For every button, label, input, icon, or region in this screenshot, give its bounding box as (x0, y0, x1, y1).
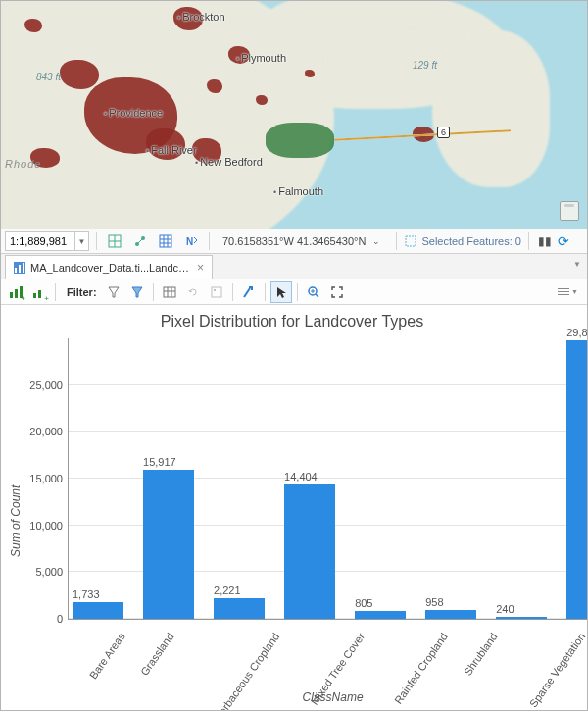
chart-title: Pixel Distribution for Landcover Types (7, 313, 577, 330)
place-providence: Providence (104, 107, 163, 119)
pause-drawing-button[interactable]: ▮▮ (536, 234, 554, 248)
coordinates-display[interactable]: 70.6158351°W 41.3465430°N ⌄ (217, 232, 389, 250)
refresh-button[interactable]: ⟳ (558, 233, 569, 249)
svg-rect-12 (406, 236, 416, 246)
snap-grid-tool[interactable] (104, 230, 125, 252)
bar[interactable] (214, 598, 265, 619)
full-extent-button[interactable] (326, 281, 348, 303)
svg-rect-13 (15, 268, 17, 273)
scale-dropdown-icon[interactable]: ▼ (74, 232, 88, 250)
chart-tab-icon (14, 262, 25, 274)
elevation-right: 129 ft (413, 60, 437, 71)
y-tick: 0 (57, 613, 69, 625)
filter-label: Filter: (61, 286, 101, 298)
chart-area[interactable]: Pixel Distribution for Landcover Types S… (1, 305, 587, 710)
x-axis-ticks: Bare AreasGrasslandHerbaceous CroplandMi… (68, 620, 588, 637)
selection-icon (404, 234, 417, 248)
tab-close-icon[interactable]: × (197, 261, 204, 275)
y-tick: 5,000 (35, 566, 69, 578)
bar[interactable] (425, 610, 476, 619)
grid-tool[interactable] (155, 230, 176, 252)
selected-features[interactable]: Selected Features: 0 (404, 234, 521, 248)
scale-field[interactable] (6, 235, 74, 247)
svg-rect-25 (212, 287, 221, 297)
chart-menu-button[interactable]: ▼ (558, 288, 583, 295)
bar-value-label: 240 (496, 603, 514, 615)
x-tick-label: Shrubland (462, 631, 500, 678)
svg-line-28 (316, 294, 318, 297)
y-tick: 25,000 (29, 380, 69, 391)
place-fall-river: Fall River (146, 144, 197, 156)
bar[interactable] (566, 340, 588, 619)
bar-value-label: 1,733 (73, 588, 100, 600)
clipboard-icon[interactable] (560, 201, 579, 221)
place-plymouth: Plymouth (236, 52, 286, 64)
snap-inference-tool[interactable] (129, 230, 151, 252)
svg-rect-14 (19, 265, 21, 273)
y-axis-title: Sum of Count (7, 338, 24, 704)
new-chart-button[interactable] (5, 281, 26, 303)
filter-selection-button[interactable] (126, 281, 148, 303)
bar[interactable] (496, 617, 547, 619)
svg-rect-17 (15, 289, 18, 298)
coord-dropdown-icon[interactable]: ⌄ (369, 232, 383, 250)
bar-value-label: 805 (355, 597, 372, 609)
view-tabs: MA_Landcover_Data.ti...Landcover Types ×… (1, 254, 587, 279)
x-axis-title: ClassName (24, 690, 588, 704)
chart-toolbar: Filter: ▼ (1, 279, 587, 305)
state-label-rhode: Rhode (5, 158, 41, 170)
y-tick: 20,000 (29, 426, 69, 437)
svg-rect-18 (20, 286, 23, 298)
table-button[interactable] (159, 281, 180, 303)
bar-value-label: 14,404 (284, 471, 318, 482)
dynamic-constraints-tool[interactable]: N (180, 230, 202, 252)
y-tick: 15,000 (29, 473, 69, 484)
place-new-bedford: New Bedford (195, 156, 263, 168)
bar-value-label: 29,823 (566, 327, 588, 338)
svg-rect-16 (10, 292, 13, 298)
svg-rect-6 (160, 235, 172, 247)
svg-rect-20 (38, 290, 41, 298)
rotate-button[interactable] (182, 281, 204, 303)
elevation-left: 843 ft (36, 72, 61, 82)
add-chart-button[interactable] (28, 281, 50, 303)
svg-rect-15 (23, 263, 24, 273)
svg-rect-26 (214, 289, 216, 291)
hamburger-icon (558, 288, 569, 295)
bar[interactable] (143, 470, 194, 619)
scale-input[interactable]: ▼ (5, 231, 89, 251)
selected-features-label: Selected Features: 0 (421, 235, 521, 247)
x-tick-label: Bare Areas (87, 631, 127, 681)
tabs-menu-icon[interactable]: ▼ (573, 260, 581, 269)
bar[interactable] (284, 484, 335, 619)
svg-rect-21 (164, 287, 175, 297)
map-view[interactable]: 6 Brockton Plymouth Providence Fall Rive… (1, 1, 587, 229)
bar-value-label: 15,917 (143, 456, 176, 468)
filter-extent-button[interactable] (103, 281, 124, 303)
place-brockton: Brockton (177, 11, 225, 23)
legend-button[interactable] (206, 281, 227, 303)
chart-plot[interactable]: 05,00010,00015,00020,00025,0001,73315,91… (68, 338, 588, 620)
coordinates-text: 70.6158351°W 41.3465430°N (222, 235, 366, 247)
svg-text:N: N (186, 236, 193, 247)
svg-line-5 (137, 238, 143, 244)
y-tick: 10,000 (29, 520, 69, 532)
highway-shield: 6 (437, 127, 450, 138)
clear-selection-button[interactable] (238, 281, 260, 303)
tab-chart-label: MA_Landcover_Data.ti...Landcover Types (30, 262, 192, 274)
map-statusbar: ▼ N 70.6158351°W 41.3465430°N ⌄ Selected… (1, 229, 587, 254)
bar[interactable] (73, 602, 123, 619)
selection-tool-button[interactable] (270, 281, 292, 303)
zoom-tool-button[interactable] (303, 281, 324, 303)
bar[interactable] (355, 611, 406, 619)
tab-chart[interactable]: MA_Landcover_Data.ti...Landcover Types × (5, 255, 213, 279)
svg-rect-19 (33, 293, 36, 298)
place-falmouth: Falmouth (273, 185, 323, 197)
bar-value-label: 2,221 (214, 584, 241, 596)
x-tick-label: Grassland (138, 631, 176, 678)
bar-value-label: 958 (425, 596, 443, 608)
